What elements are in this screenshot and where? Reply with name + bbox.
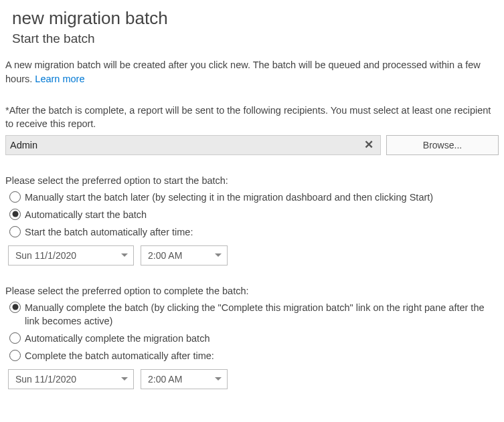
radio-icon[interactable]	[9, 332, 21, 344]
browse-button[interactable]: Browse...	[386, 135, 499, 155]
start-option-auto[interactable]: Automatically start the batch	[5, 207, 499, 222]
page-title: new migration batch	[12, 8, 499, 29]
complete-option-auto[interactable]: Automatically complete the migration bat…	[5, 331, 499, 346]
complete-time-value: 2:00 AM	[148, 374, 182, 385]
radio-icon[interactable]	[9, 226, 21, 237]
complete-option-after-time[interactable]: Complete the batch automatically after t…	[5, 348, 499, 363]
chevron-down-icon	[215, 377, 222, 381]
recipient-row: Admin ✕ Browse...	[5, 135, 499, 155]
complete-time-select[interactable]: 2:00 AM	[141, 369, 228, 389]
start-time-select[interactable]: 2:00 AM	[141, 245, 228, 266]
clear-recipient-icon[interactable]: ✕	[361, 138, 376, 152]
chevron-down-icon	[215, 253, 222, 257]
radio-label: Start the batch automatically after time…	[25, 225, 193, 239]
page-subtitle: Start the batch	[12, 31, 499, 46]
radio-label: Automatically start the batch	[25, 208, 147, 221]
learn-more-link[interactable]: Learn more	[35, 74, 84, 84]
start-datetime-row: Sun 11/1/2020 2:00 AM	[8, 245, 499, 266]
radio-icon[interactable]	[9, 350, 21, 361]
intro-paragraph: A new migration batch will be created af…	[5, 58, 499, 86]
recipient-field[interactable]: Admin ✕	[5, 135, 381, 155]
start-date-select[interactable]: Sun 11/1/2020	[8, 245, 134, 266]
radio-icon[interactable]	[9, 191, 21, 203]
radio-icon[interactable]	[9, 302, 21, 313]
recipient-name: Admin	[10, 140, 37, 150]
radio-label: Manually start the batch later (by selec…	[25, 191, 433, 204]
complete-radio-group: Manually complete the batch (by clicking…	[5, 300, 499, 364]
radio-label: Automatically complete the migration bat…	[25, 332, 209, 345]
radio-label: Manually complete the batch (by clicking…	[25, 301, 499, 328]
complete-date-value: Sun 11/1/2020	[15, 374, 76, 385]
complete-datetime-row: Sun 11/1/2020 2:00 AM	[8, 369, 499, 389]
start-option-manual[interactable]: Manually start the batch later (by selec…	[5, 190, 499, 205]
chevron-down-icon	[121, 377, 128, 381]
complete-option-manual[interactable]: Manually complete the batch (by clicking…	[5, 300, 499, 329]
radio-icon[interactable]	[9, 209, 21, 220]
start-option-prompt: Please select the preferred option to st…	[5, 175, 499, 186]
start-time-value: 2:00 AM	[148, 250, 182, 261]
report-recipient-note: *After the batch is complete, a report w…	[5, 104, 499, 131]
complete-date-select[interactable]: Sun 11/1/2020	[8, 369, 134, 389]
start-radio-group: Manually start the batch later (by selec…	[5, 190, 499, 240]
chevron-down-icon	[121, 253, 128, 257]
start-date-value: Sun 11/1/2020	[15, 250, 76, 261]
radio-label: Complete the batch automatically after t…	[25, 349, 214, 362]
start-option-after-time[interactable]: Start the batch automatically after time…	[5, 225, 499, 239]
complete-option-prompt: Please select the preferred option to co…	[5, 286, 499, 296]
